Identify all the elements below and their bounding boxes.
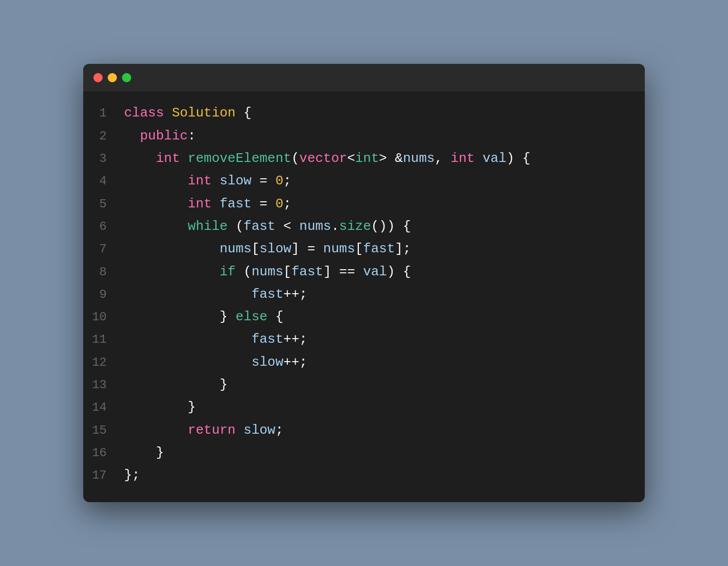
line-content: }; xyxy=(119,465,645,485)
token: } xyxy=(188,399,196,415)
line-number: 5 xyxy=(83,195,119,214)
line-number: 2 xyxy=(83,127,119,146)
token: fast xyxy=(252,287,283,302)
token xyxy=(124,377,220,392)
line-number: 8 xyxy=(83,263,119,281)
token xyxy=(212,196,220,211)
token xyxy=(124,173,188,188)
line-content: nums[slow] = nums[fast]; xyxy=(119,239,645,259)
token: , xyxy=(435,151,451,166)
line-number: 6 xyxy=(83,217,119,236)
token: 0 xyxy=(275,173,283,188)
token: int xyxy=(451,151,475,166)
token xyxy=(124,355,252,370)
token: fast xyxy=(252,332,283,347)
code-line: 17}; xyxy=(83,464,645,486)
token: ()) { xyxy=(371,219,411,234)
token: slow xyxy=(259,241,291,256)
token: else xyxy=(235,309,267,324)
line-content: int fast = 0; xyxy=(119,194,645,214)
token: ) { xyxy=(506,151,530,166)
token: < xyxy=(347,151,355,166)
line-number: 13 xyxy=(83,375,119,394)
token: ( xyxy=(235,264,251,279)
line-number: 15 xyxy=(83,421,119,440)
code-line: 5 int fast = 0; xyxy=(83,193,645,215)
token: 0 xyxy=(275,196,283,211)
token: < xyxy=(275,219,299,234)
code-line: 4 int slow = 0; xyxy=(83,170,645,192)
token xyxy=(124,399,188,415)
code-line: 10 } else { xyxy=(83,305,645,328)
line-content: fast++; xyxy=(119,284,645,304)
token xyxy=(180,151,188,166)
line-number: 11 xyxy=(83,330,119,349)
maximize-button[interactable] xyxy=(122,73,131,82)
token: ) { xyxy=(387,264,411,279)
token: [ xyxy=(355,241,363,256)
line-content: slow++; xyxy=(119,352,645,372)
token: . xyxy=(331,219,339,234)
token xyxy=(235,422,244,438)
token xyxy=(124,151,156,166)
token: removeElement xyxy=(188,151,292,166)
line-number: 16 xyxy=(83,443,119,462)
token: slow xyxy=(244,422,275,438)
token: int xyxy=(188,196,212,211)
line-number: 14 xyxy=(83,398,119,417)
token: = xyxy=(252,196,276,211)
token: return xyxy=(188,422,236,438)
code-line: 7 nums[slow] = nums[fast]; xyxy=(83,238,645,260)
token: fast xyxy=(363,241,395,256)
line-content: } xyxy=(119,397,645,417)
code-line: 9 fast++; xyxy=(83,283,645,305)
line-content: int removeElement(vector<int> &nums, int… xyxy=(119,148,645,169)
token: fast xyxy=(244,219,275,234)
token: ++; xyxy=(283,332,307,347)
code-line: 3 int removeElement(vector<int> &nums, i… xyxy=(83,147,645,170)
line-number: 4 xyxy=(83,172,119,191)
line-number: 10 xyxy=(83,308,119,326)
token xyxy=(124,422,188,438)
code-editor: 1class Solution {2 public:3 int removeEl… xyxy=(83,91,645,502)
minimize-button[interactable] xyxy=(108,73,117,82)
token: ( xyxy=(292,151,300,166)
token: = xyxy=(252,173,276,188)
token xyxy=(124,309,220,324)
token: vector xyxy=(299,151,347,166)
token: nums xyxy=(220,241,251,256)
token xyxy=(124,332,252,347)
token: ; xyxy=(283,173,292,188)
token xyxy=(212,173,220,188)
token: fast xyxy=(292,264,323,279)
token: slow xyxy=(252,355,283,370)
line-number: 7 xyxy=(83,240,119,258)
line-content: while (fast < nums.size()) { xyxy=(119,216,645,237)
token: [ xyxy=(283,264,292,279)
token: : xyxy=(188,128,196,144)
code-line: 2 public: xyxy=(83,125,645,147)
token: } xyxy=(220,377,228,392)
close-button[interactable] xyxy=(93,73,103,82)
code-line: 1class Solution { xyxy=(83,102,645,124)
token: ( xyxy=(228,219,244,234)
line-content: class Solution { xyxy=(119,103,645,123)
line-content: } else { xyxy=(119,306,645,327)
token xyxy=(124,287,252,302)
token: nums xyxy=(299,219,331,234)
token xyxy=(124,128,140,144)
code-line: 15 return slow; xyxy=(83,419,645,441)
line-content: } xyxy=(119,442,645,463)
token: ] = xyxy=(292,241,323,256)
token: ]; xyxy=(395,241,411,256)
token: nums xyxy=(403,151,434,166)
token: int xyxy=(355,151,379,166)
token: val xyxy=(363,264,387,279)
code-line: 12 slow++; xyxy=(83,351,645,373)
line-number: 3 xyxy=(83,149,119,168)
token: slow xyxy=(220,173,251,188)
token: & xyxy=(387,151,403,166)
token: { xyxy=(268,309,283,324)
code-line: 11 fast++; xyxy=(83,328,645,350)
token xyxy=(124,241,220,256)
